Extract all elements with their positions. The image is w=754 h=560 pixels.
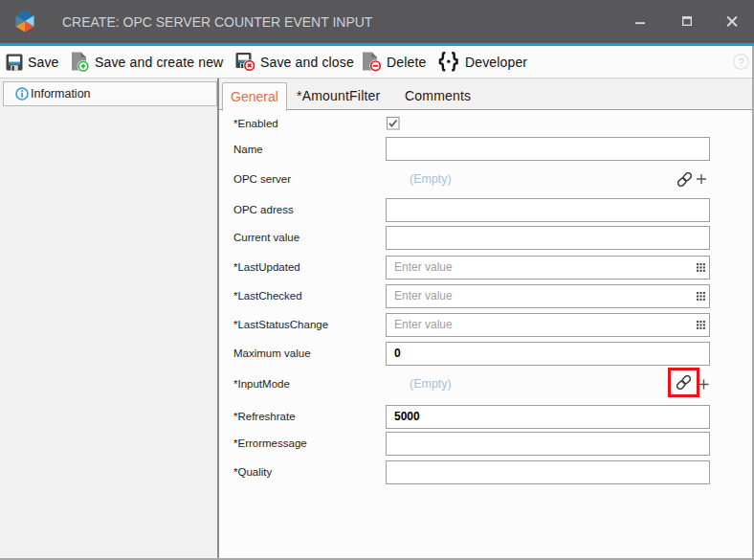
svg-text:?: ?: [738, 56, 743, 68]
